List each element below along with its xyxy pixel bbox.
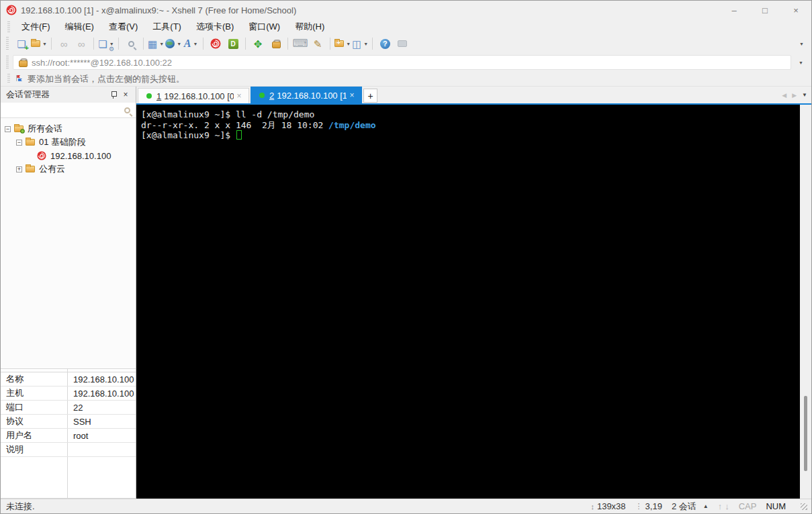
expand-icon[interactable]: + <box>16 166 22 172</box>
menu-tabs[interactable]: 选项卡(B) <box>189 19 241 34</box>
encoding-button[interactable]: ▼ <box>165 36 181 52</box>
props-row-name: 名称 192.168.10.100 <box>1 372 136 387</box>
command-text: ll -d /tmp/demo <box>230 109 314 119</box>
feedback-button[interactable] <box>394 36 410 52</box>
open-session-button[interactable]: ▼ <box>31 36 47 52</box>
disconnect-button[interactable]: ∞ <box>56 36 72 52</box>
tab-close-icon[interactable]: × <box>234 91 244 101</box>
infobar-grip[interactable] <box>7 74 10 84</box>
pin-panel-button[interactable] <box>107 89 120 101</box>
toolbar-grip[interactable] <box>6 37 9 50</box>
arrange-button[interactable]: ▦ ▼ <box>148 36 164 52</box>
connected-dot-icon <box>146 93 152 99</box>
lock-icon <box>19 58 26 67</box>
folder-icon <box>26 166 35 172</box>
help-button[interactable]: ? <box>377 36 393 52</box>
scroll-up-icon[interactable]: ↑ <box>718 501 723 511</box>
menu-edit[interactable]: 编辑(E) <box>58 19 101 34</box>
content-area: 1 192.168.10.100 [0] × 2 192.168.10.100 … <box>136 87 811 499</box>
chevron-down-icon: ▼ <box>799 42 804 46</box>
layout-panes-icon: ◫ <box>352 39 361 49</box>
props-row-description: 说明 <box>1 443 136 457</box>
font-icon: A <box>184 38 191 50</box>
tree-item-all-sessions[interactable]: − 所有会话 <box>5 122 136 136</box>
chevron-down-icon: ▼ <box>363 42 368 46</box>
scroll-down-icon[interactable]: ↓ <box>725 501 729 511</box>
session-manager-header: 会话管理器 × <box>1 87 136 103</box>
collapse-icon[interactable]: − <box>16 140 22 146</box>
tree-item-folder-cloud[interactable]: + 公有云 <box>5 162 136 176</box>
session-search-box[interactable] <box>1 103 136 118</box>
caps-lock-indicator: CAP <box>739 501 757 511</box>
tab-close-icon[interactable]: × <box>347 91 357 100</box>
addressbar-grip[interactable] <box>6 56 9 69</box>
toolbar-separator <box>203 38 204 50</box>
menu-tools[interactable]: 工具(T) <box>145 19 189 34</box>
collapse-icon[interactable]: − <box>5 126 11 132</box>
session-properties-button[interactable]: ❏ ⚙ ▼ <box>98 36 114 52</box>
menu-view[interactable]: 查看(V) <box>101 19 145 34</box>
menubar-grip[interactable] <box>7 21 10 32</box>
tree-item-session[interactable]: 192.168.10.100 <box>5 149 136 162</box>
xftp-button[interactable]: D <box>225 36 241 52</box>
plus-badge-icon: + <box>25 44 29 52</box>
maximize-button[interactable]: □ <box>750 1 780 19</box>
message-bubble-icon <box>398 40 407 47</box>
toolbar-overflow-button[interactable]: ▼ <box>793 36 809 52</box>
xshell-logo-icon <box>6 5 17 15</box>
new-tab-group-button[interactable]: + ▼ <box>334 36 351 52</box>
toolbar-separator <box>143 38 144 50</box>
minimize-button[interactable]: – <box>719 1 750 19</box>
address-input[interactable]: ssh://root:******@192.168.10.100:22 <box>13 55 791 70</box>
num-lock-indicator: NUM <box>766 501 786 511</box>
tab-strip: 1 192.168.10.100 [0] × 2 192.168.10.100 … <box>136 87 811 105</box>
keyboard-icon: ⌨ <box>293 38 308 49</box>
tab-list-dropdown-icon[interactable]: ▼ <box>802 92 807 98</box>
tab-scroll-left-icon[interactable]: ◀ <box>782 92 786 99</box>
sidebar-spacer <box>1 176 136 368</box>
session-properties-icon: ❏ <box>98 39 107 49</box>
reconnect-button[interactable]: ∞ <box>73 36 89 52</box>
connection-status: 未连接. <box>6 501 35 513</box>
scrollbar-thumb[interactable] <box>804 396 807 471</box>
address-dropdown-button[interactable]: ▼ <box>792 54 808 70</box>
folder-plus-icon: + <box>334 40 344 47</box>
xshell-icon <box>210 38 221 49</box>
open-folder-icon <box>31 40 40 47</box>
toolbar-separator <box>245 38 246 50</box>
highlight-button[interactable]: ✎ <box>310 36 326 52</box>
xftp-icon: D <box>228 39 238 49</box>
virtual-keyboard-button[interactable]: ⌨ <box>292 36 308 52</box>
prompt-1: [x@almalinux9 ~]$ <box>141 109 230 119</box>
xshell-session-icon <box>37 151 46 160</box>
new-tab-button[interactable]: + <box>363 89 377 103</box>
menu-file[interactable]: 文件(F) <box>14 19 58 34</box>
folder-icon <box>14 125 24 132</box>
tree-item-folder-basics[interactable]: − 01 基础阶段 <box>5 136 136 149</box>
font-button[interactable]: A ▼ <box>183 36 199 52</box>
tab-nav-controls: ◀ ▶ ▼ <box>782 87 811 103</box>
chevron-down-icon: ▼ <box>193 42 197 46</box>
toolbar: ❏ + ▼ ∞ ∞ ❏ ⚙ ▼ ▦ ▼ ▼ <box>1 34 811 53</box>
pin-icon <box>110 91 117 99</box>
terminal-screen[interactable]: [x@almalinux9 ~]$ ll -d /tmp/demo dr--r-… <box>136 105 800 499</box>
terminal-scrollbar[interactable] <box>800 105 811 499</box>
fullscreen-button[interactable]: ✥ <box>250 36 266 52</box>
tab-session-1[interactable]: 1 192.168.10.100 [0] × <box>138 88 249 103</box>
menu-window[interactable]: 窗口(W) <box>241 19 287 34</box>
close-button[interactable]: × <box>780 1 811 19</box>
layout-button[interactable]: ◫ ▼ <box>352 36 368 52</box>
tab-session-2-active[interactable]: 2 192.168.10.100 [1] × <box>251 87 362 103</box>
menu-help[interactable]: 帮助(H) <box>287 19 332 34</box>
chevron-down-icon: ▼ <box>42 42 47 46</box>
close-panel-button[interactable]: × <box>120 89 132 101</box>
toolbar-separator <box>118 38 119 50</box>
find-button[interactable] <box>123 36 139 52</box>
new-session-button[interactable]: ❏ + <box>13 36 30 52</box>
lock-screen-button[interactable] <box>267 36 283 52</box>
resize-grip[interactable] <box>801 503 807 510</box>
props-row-host: 主机 192.168.10.100 <box>1 387 136 401</box>
xshell-button[interactable] <box>208 36 224 52</box>
tab-scroll-right-icon[interactable]: ▶ <box>792 92 797 99</box>
session-count-dropdown[interactable]: 2 会话 ▲ <box>672 501 709 513</box>
